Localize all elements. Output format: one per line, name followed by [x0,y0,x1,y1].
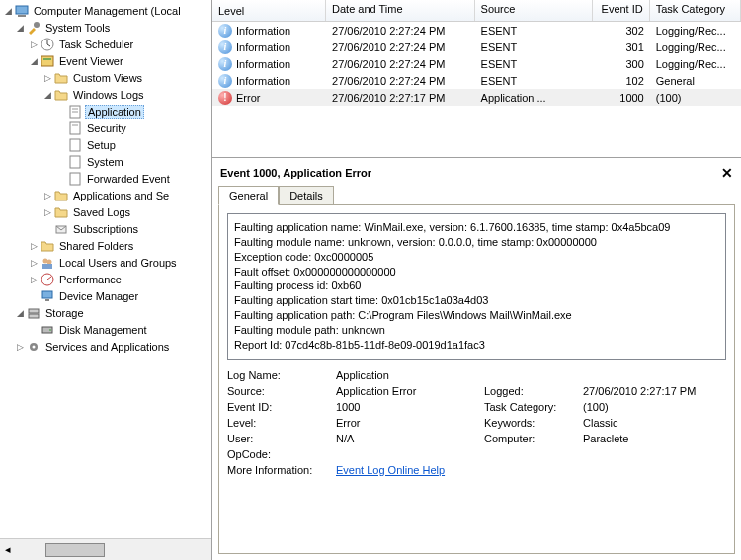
tools-icon [26,20,41,36]
tree-node-performance[interactable]: ▷Performance [0,271,211,287]
disk-icon [40,322,55,338]
tree-node-task-scheduler[interactable]: ▷Task Scheduler [0,36,211,52]
svg-rect-12 [70,156,80,168]
folder-icon [53,70,69,86]
svg-rect-13 [70,173,80,185]
log-icon [67,104,83,120]
tree-node-forwarded[interactable]: Forwarded Event [0,170,211,187]
table-row[interactable]: iInformation27/06/2010 2:27:24 PMESENT30… [212,55,741,72]
detail-title: Event 1000, Application Error [220,167,371,179]
column-eventid[interactable]: Event ID [593,0,650,21]
column-date[interactable]: Date and Time [326,0,475,21]
prop-computer-label: Computer: [484,433,583,444]
tree-node-event-viewer[interactable]: ◢Event Viewer [0,52,211,69]
tree-node-services-apps[interactable]: ▷Services and Applications [0,338,211,355]
scrollbar-thumb[interactable] [45,543,105,557]
close-button[interactable]: ✕ [721,165,733,181]
prop-source-label: Source: [227,385,336,397]
svg-rect-20 [45,299,49,301]
svg-rect-19 [42,291,52,298]
description-text: Faulting application name: WinMail.exe, … [227,213,726,360]
tree-node-saved-logs[interactable]: ▷Saved Logs [0,203,211,220]
table-row[interactable]: iInformation27/06/2010 2:27:24 PMESENT30… [212,22,741,39]
prop-computer-value: Paraclete [583,433,726,444]
prop-level-label: Level: [227,417,336,429]
column-taskcategory[interactable]: Task Category [650,0,741,21]
tree-node-device-manager[interactable]: Device Manager [0,287,211,304]
prop-source-value: Application Error [336,385,484,397]
navigation-tree[interactable]: ◢Computer Management (Local ◢System Tool… [0,0,211,538]
tree-node-local-users[interactable]: ▷Local Users and Groups [0,254,211,271]
info-icon: i [218,74,232,88]
log-icon [67,171,83,187]
log-icon [67,137,83,153]
info-icon: i [218,24,232,38]
prop-taskcat-label: Task Category: [484,401,583,413]
svg-rect-1 [18,15,26,17]
tree-node-system[interactable]: System [0,153,211,170]
prop-eventid-value: 1000 [336,401,484,413]
folder-icon [53,87,69,103]
tree-node-windows-logs[interactable]: ◢Windows Logs [0,86,211,103]
prop-taskcat-value: (100) [583,401,726,413]
prop-level-value: Error [336,417,484,429]
tab-general[interactable]: General [218,186,279,205]
storage-icon [26,305,41,321]
prop-moreinfo-label: More Information: [227,464,336,476]
shared-folder-icon [40,238,55,254]
svg-point-26 [33,345,36,348]
clock-icon [40,37,55,52]
svg-rect-11 [70,139,80,151]
prop-logged-label: Logged: [484,385,583,397]
prop-opcode-label: OpCode: [227,448,336,460]
info-icon: i [218,40,232,54]
table-row[interactable]: iInformation27/06/2010 2:27:24 PMESENT30… [212,39,741,55]
prop-user-label: User: [227,433,336,444]
column-level[interactable]: Level [212,0,326,21]
folder-icon [53,188,69,203]
event-detail-panel: Event 1000, Application Error ✕ General … [212,158,741,560]
users-icon [40,255,55,271]
prop-logged-value: 27/06/2010 2:27:17 PM [583,385,726,397]
tree-node-disk-management[interactable]: Disk Management [0,321,211,338]
log-icon [67,120,83,136]
properties-grid: Log Name: Application Source: Applicatio… [227,369,726,476]
tree-horizontal-scrollbar[interactable]: ◂ [0,538,211,560]
tree-node-setup[interactable]: Setup [0,136,211,153]
event-grid: Level Date and Time Source Event ID Task… [212,0,741,158]
tree-node-security[interactable]: Security [0,120,211,136]
event-viewer-icon [40,53,55,69]
tree-node-shared-folders[interactable]: ▷Shared Folders [0,237,211,254]
svg-rect-0 [16,6,28,14]
svg-point-16 [47,259,52,264]
prop-eventid-label: Event ID: [227,401,336,413]
subscriptions-icon [53,221,69,237]
tree-node-subscriptions[interactable]: Subscriptions [0,220,211,237]
svg-rect-22 [29,314,39,318]
tree-node-custom-views[interactable]: ▷Custom Views [0,69,211,86]
tree-node-root[interactable]: ◢Computer Management (Local [0,2,211,19]
tree-node-storage[interactable]: ◢Storage [0,304,211,321]
svg-rect-4 [41,56,53,66]
svg-rect-17 [42,264,52,269]
navigation-tree-panel: ◢Computer Management (Local ◢System Tool… [0,0,212,560]
tab-details[interactable]: Details [279,186,334,205]
prop-logname-value: Application [336,369,484,381]
services-icon [26,339,41,355]
more-info-link[interactable]: Event Log Online Help [336,464,726,476]
log-icon [67,154,83,170]
error-icon: ! [218,91,232,105]
scroll-left-icon[interactable]: ◂ [0,542,16,558]
folder-icon [53,204,69,220]
tree-node-apps-services[interactable]: ▷Applications and Se [0,187,211,203]
table-row[interactable]: !Error27/06/2010 2:27:17 PMApplication .… [212,89,741,106]
tree-node-system-tools[interactable]: ◢System Tools [0,19,211,36]
column-source[interactable]: Source [475,0,594,21]
svg-point-2 [34,22,40,28]
performance-icon [40,272,55,287]
tree-node-application[interactable]: Application [0,103,211,120]
computer-icon [14,3,30,19]
grid-header[interactable]: Level Date and Time Source Event ID Task… [212,0,741,22]
table-row[interactable]: iInformation27/06/2010 2:27:24 PMESENT10… [212,72,741,89]
prop-keywords-value: Classic [583,417,726,429]
